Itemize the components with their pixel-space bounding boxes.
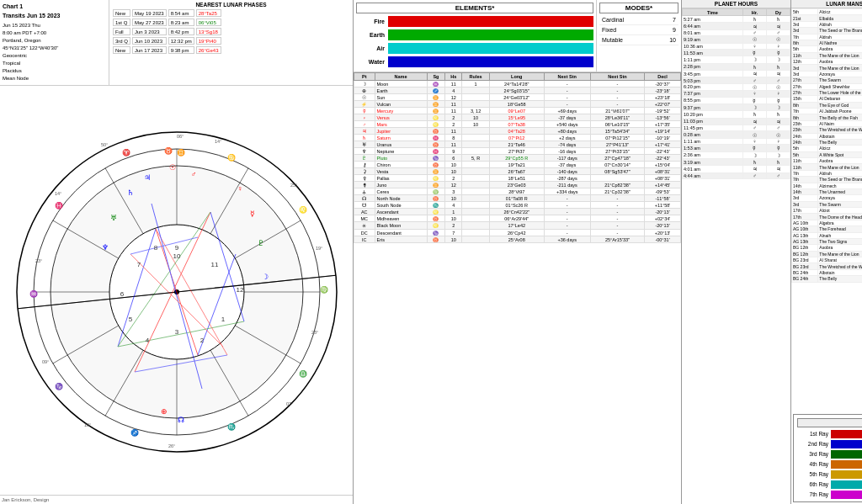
ray-bar <box>831 491 862 499</box>
event-line2: 8:00 am PDT +7:00 <box>3 29 106 37</box>
mode-label: Fixed <box>602 27 616 33</box>
main-container: Chart 1 Transits Jun 15 2023 Jun 15 2023… <box>0 0 862 504</box>
svg-text:♇: ♇ <box>258 239 264 247</box>
svg-text:7: 7 <box>137 261 141 268</box>
event-line1: Jun 15 2023 Thu <box>3 22 106 29</box>
event-line5: Geocentric <box>3 52 106 60</box>
lunar-phase-row: New Jun 17 2023 9:38 pm 26°Ge43 <box>113 46 221 54</box>
svg-text:♑: ♑ <box>55 382 63 390</box>
ray-label: 2nd Ray <box>795 441 831 447</box>
ray-row: 2nd Ray <box>795 439 862 448</box>
planet-table-row: ☉ Sun ♊ 12 24°Ge03'12" - - +23°18' <box>354 94 681 101</box>
lunar-mansion-row: 27th Algedi Shewhlar Al Fargh Al Thani <box>792 83 863 89</box>
copyright: Jan Erickson, Design <box>0 495 353 504</box>
svg-text:♋: ♋ <box>227 153 236 162</box>
element-label: Air <box>356 45 388 51</box>
mode-label: Mutable <box>602 37 623 43</box>
lunar-mansion-row: 11th The Mane of the Lion <box>792 52 863 58</box>
svg-text:4: 4 <box>146 337 150 344</box>
ray-label: 4th Ray <box>795 461 831 467</box>
lunar-mansion-row: 23th The Wretched of the Wretched <box>792 127 863 133</box>
element-row: Water <box>356 56 593 67</box>
planet-hours-panel: PLANET HOURS Time Hr. Dy 5:27 am ♄ ♄ 6:4… <box>682 0 791 504</box>
svg-text:23°: 23° <box>35 258 42 263</box>
ray-bar <box>831 470 862 479</box>
ray-label: 5th Ray <box>795 471 831 477</box>
mode-row: Mutable10 <box>599 35 678 45</box>
lunar-mansion-row: 3rd Azoraya Al Thuraya <box>792 195 863 201</box>
lunar-mansion-row: AG 10th Algebra Al Jabbah <box>792 220 863 225</box>
lunar-mansion-row: 7th Aldrah Al Dhira <box>792 34 863 40</box>
lunar-mansion-row: AG 13th The Two Signs <box>792 238 863 244</box>
planet-table-row: ⚹ Black Moon ♌ 2 17°Le42 - - -20°13' <box>354 222 681 230</box>
ph-dy-header: Dy <box>767 9 790 16</box>
planet-hour-row: 11:53 am ☿ ☿ <box>683 49 790 56</box>
element-row: Earth <box>356 29 593 40</box>
lunar-mansion-row: 24th Albotain Al Butani <box>792 133 863 139</box>
lunar-mansion-row: 7th Al Jabbah Poone Al Bah Al Ré <box>792 109 863 114</box>
svg-text:♍: ♍ <box>320 285 328 294</box>
lunar-mansion-row: BG 12th Asobra Al Zubrah <box>792 245 863 251</box>
event-line8: Mean Node <box>3 75 106 82</box>
svg-text:♎: ♎ <box>299 369 307 378</box>
element-row: Air <box>356 42 593 54</box>
planet-hour-row: 6:20 pm ☉ ☉ <box>683 83 790 90</box>
ray-row: 6th Ray <box>795 480 862 489</box>
svg-text:6: 6 <box>120 290 125 298</box>
svg-text:♆: ♆ <box>102 243 109 252</box>
ray-bar <box>831 450 862 459</box>
planet-table-row: ♂ Mars ♌ 2 10 07°Ta38 +540 days 06°Le10'… <box>354 121 681 128</box>
planet-table-row: AC Ascendant ♌ 1 26°Cn42'22" - - -20°13' <box>354 209 681 215</box>
svg-text:06°: 06° <box>177 134 184 139</box>
planet-table-row: ♆ Neptune ♓ 9 27°Pi37 -16 days 27°Pi33'1… <box>354 148 681 155</box>
svg-text:07°: 07° <box>286 401 293 406</box>
mode-value: 9 <box>673 27 676 33</box>
ray-bar <box>831 440 862 448</box>
lunar-mansion-row: 27th The Lower Hole of the Flask <box>792 89 863 95</box>
lunar-phases-col: NEAREST LUNAR PHASES New May 19 2023 8:5… <box>109 0 353 85</box>
svg-text:26°: 26° <box>168 443 175 448</box>
planet-hour-row: 9:37 pm ☽ ☽ <box>683 103 790 110</box>
mode-value: 7 <box>673 17 676 23</box>
svg-text:☊: ☊ <box>178 416 184 424</box>
table-header-row: Pt Name Sg Hs Rules Long Next Stn Next S… <box>354 73 681 81</box>
planet-table-row: ♅ Uranus ♉ 11 21°Ta46 -74 days 27°P41'13… <box>354 141 681 148</box>
planet-table-row: DC Descendant ♑ 7 26°Cp42 - - +20°13' <box>354 230 681 236</box>
lunar-mansion-row: 11th Asobra Al Zubrah <box>792 158 863 164</box>
rays-title: RAYS <box>797 418 862 427</box>
ph-time-header: Time <box>683 9 743 16</box>
lunar-mansion-row: 3rd Azoraya Al Thuraya <box>792 71 863 77</box>
mode-row: Cardinal7 <box>599 15 678 25</box>
lunar-mansion-row: 8th Al Nathre Al Hanah <box>792 40 863 45</box>
planet-hour-row: 7:37 pm ♀ ♀ <box>683 91 790 97</box>
chart-wheel-svg: ☉ ♂ ♃ ♄ ♅ ♆ ♀ ☿ ♇ ☽ ⊕ ☊ 10 11 12 <box>0 86 353 495</box>
planet-hour-row: 5:03 pm ♂ ♂ <box>683 77 790 83</box>
svg-text:♈: ♈ <box>122 148 130 157</box>
event-line6: Tropical <box>3 60 106 67</box>
ray-row: 3rd Ray <box>795 449 862 459</box>
planet-hour-row: 4:01 am ♃ ♃ <box>683 166 790 172</box>
lunar-mansions-title: LUNAR MANSIONS - Tropical zodiac <box>791 0 862 8</box>
planet-table-row: ☽ Moon ♒ 11 1 24°Ta14'28" - - -20°37' <box>354 81 681 88</box>
elements-section: ELEMENTS* Fire Earth Air Water <box>354 0 597 72</box>
lunar-mansion-row: 23th Al Naim Al Sad Al Sud <box>792 120 863 126</box>
lunar-mansion-row: 24th The Belly <box>792 139 863 145</box>
planet-table-row: ⚶ Ceres ♍ 3 28°Vi97 +334 days 21°Cp32'38… <box>354 188 681 195</box>
svg-text:25°: 25° <box>290 183 297 188</box>
planet-table-row: ⚷ Chiron ♉ 10 19°Ta21 -37 days 07°Cn30'1… <box>354 162 681 168</box>
elements-container: Fire Earth Air Water <box>356 15 593 67</box>
planet-hour-row: 0:28 am ☉ ☉ <box>683 131 790 138</box>
svg-text:♓: ♓ <box>55 201 63 210</box>
svg-text:⊕: ⊕ <box>161 407 168 416</box>
planet-table-row: ⊕ Earth ♐ 4 24°Sg03'15" - - -23°18' <box>354 88 681 94</box>
svg-text:18°: 18° <box>84 422 91 427</box>
planet-hour-row: 10:20 pm ♄ ♄ <box>683 111 790 118</box>
planet-table-row: ☋ South Node ♏ 4 01°Sc26 R - - +11°58' <box>354 202 681 209</box>
planet-hour-row: 3:19 am ♄ ♄ <box>683 158 790 165</box>
svg-text:♂: ♂ <box>191 170 197 178</box>
lunar-mansion-row: 7th Aldrah Al Dhira <box>792 170 863 176</box>
rays-section: RAYS 1st Ray 2nd Ray 3rd Ray 4th Ray 5th… <box>793 414 862 502</box>
element-row: Fire <box>356 15 593 27</box>
ray-bar <box>831 460 862 469</box>
chart-subtitle: Transits Jun 15 2023 <box>3 12 106 21</box>
